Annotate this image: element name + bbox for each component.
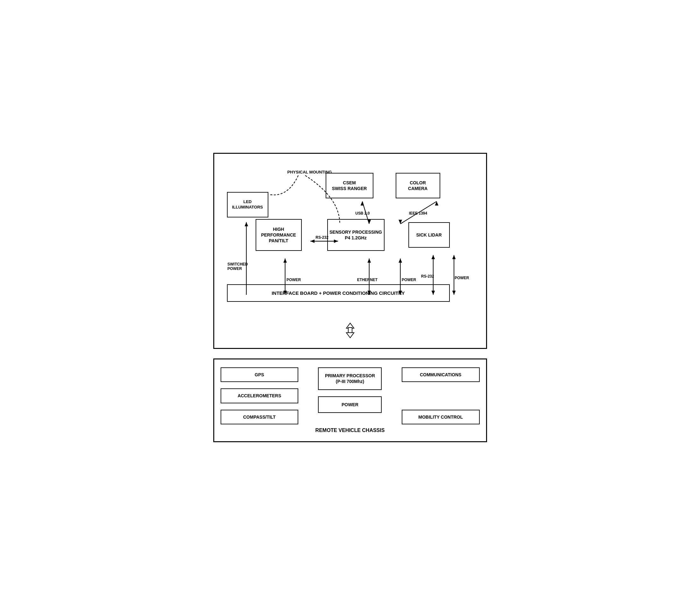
- spacer: [402, 388, 480, 403]
- svg-marker-13: [244, 222, 248, 226]
- svg-text:POWER: POWER: [455, 276, 469, 280]
- svg-marker-6: [435, 201, 438, 206]
- svg-text:IEEE 1394: IEEE 1394: [409, 211, 427, 216]
- mobility-control-block: MOBILITY CONTROL: [402, 410, 480, 424]
- communications-block: COMMUNICATIONS: [402, 367, 480, 382]
- svg-marker-10: [310, 239, 315, 243]
- svg-marker-36: [346, 333, 354, 338]
- lidar-block: SICK LIDAR: [408, 222, 450, 248]
- compass-tilt-block: COMPASS/TILT: [221, 410, 299, 424]
- svg-marker-2: [360, 201, 364, 206]
- power-block: POWER: [318, 396, 382, 413]
- switched-power-label: SWITCHEDPOWER: [228, 262, 248, 271]
- double-arrow-svg: [341, 322, 360, 338]
- lower-grid: GPS ACCELEROMETERS COMPASS/TILT PRIMARY …: [221, 367, 480, 424]
- svg-text:POWER: POWER: [401, 278, 416, 282]
- remote-vehicle-label: REMOTE VEHICLE CHASSIS: [221, 428, 480, 435]
- upper-section: PHYSICAL MOUNTING SWITCHEDPOWER LED ILLU…: [224, 163, 476, 322]
- accelerometers-block: ACCELEROMETERS: [221, 388, 299, 403]
- svg-text:RS-232: RS-232: [316, 235, 328, 240]
- color-camera-block: COLOR CAMERA: [396, 173, 440, 198]
- csem-block: CSEM SWISS RANGER: [326, 173, 373, 198]
- interface-block: INTERFACE BOARD + POWER CONDITIONING CIR…: [227, 284, 450, 302]
- svg-text:RS-232: RS-232: [421, 274, 434, 279]
- svg-text:ETHERNET: ETHERNET: [357, 278, 378, 282]
- upper-outer-box: PHYSICAL MOUNTING SWITCHEDPOWER LED ILLU…: [213, 153, 487, 349]
- svg-marker-15: [283, 258, 287, 263]
- diagram-container: PHYSICAL MOUNTING SWITCHEDPOWER LED ILLU…: [207, 146, 493, 449]
- pantilt-block: HIGH PERFORMANCE PAN/TILT: [256, 219, 302, 251]
- right-column: COMMUNICATIONS MOBILITY CONTROL: [402, 367, 480, 424]
- svg-text:POWER: POWER: [287, 278, 301, 282]
- svg-marker-32: [452, 291, 456, 295]
- svg-line-4: [400, 201, 436, 224]
- sensory-block: SENSORY PROCESSING P4 1.2GHz: [327, 219, 384, 251]
- left-column: GPS ACCELEROMETERS COMPASS/TILT: [221, 367, 299, 424]
- svg-text:USB 2.0: USB 2.0: [355, 211, 370, 216]
- physical-mounting-label: PHYSICAL MOUNTING: [287, 170, 332, 174]
- svg-marker-23: [399, 258, 402, 263]
- svg-marker-19: [367, 258, 371, 263]
- svg-marker-31: [452, 255, 456, 259]
- svg-marker-27: [431, 255, 435, 259]
- center-column: PRIMARY PROCESSOR (P-III 700Mhz) POWER: [311, 367, 389, 424]
- gps-block: GPS: [221, 367, 299, 382]
- svg-marker-5: [399, 220, 402, 224]
- section-arrow: [224, 322, 476, 338]
- primary-processor-block: PRIMARY PROCESSOR (P-III 700Mhz): [318, 367, 382, 390]
- led-block: LED ILLUMINATORS: [227, 192, 268, 218]
- lower-box: GPS ACCELEROMETERS COMPASS/TILT PRIMARY …: [213, 359, 487, 442]
